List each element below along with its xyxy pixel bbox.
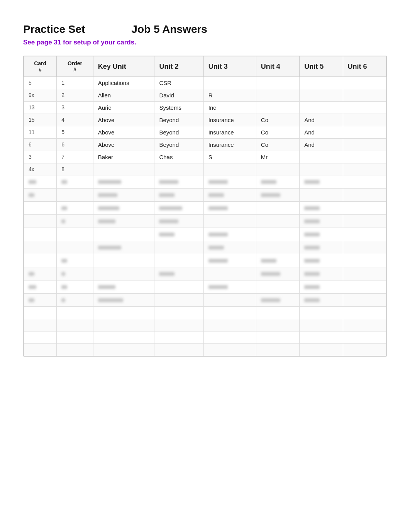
cell-blurred [256, 254, 299, 267]
cell-unit4: Co [256, 114, 299, 126]
table-row-blurred [24, 241, 386, 254]
cell-blurred [24, 228, 57, 241]
cell-blurred [93, 215, 154, 228]
table-row-blurred [24, 215, 386, 228]
cell-blurred [256, 241, 299, 254]
cell-blurred [57, 344, 93, 356]
table-row: 66AboveBeyondInsuranceCoAnd [24, 139, 386, 151]
cell-unit4: Co [256, 139, 299, 151]
cell-blurred [154, 344, 203, 356]
table-row-blurred [24, 294, 386, 307]
cell-blurred [57, 175, 93, 189]
cell-order: 6 [57, 139, 93, 151]
cell-blurred [24, 344, 57, 356]
cell-blurred [203, 331, 256, 344]
cell-blurred [343, 228, 386, 241]
cell-blurred [93, 254, 154, 267]
col-header-unit5: Unit 5 [300, 56, 343, 77]
cell-blurred [203, 280, 256, 294]
cell-unit2: Systems [154, 102, 203, 114]
cell-unit5: And [300, 126, 343, 139]
cell-blurred [300, 307, 343, 319]
cell-blurred [24, 254, 57, 267]
table-row-blurred [24, 280, 386, 294]
cell-blurred [154, 241, 203, 254]
cell-unit5 [300, 89, 343, 102]
cell-blurred [300, 280, 343, 294]
cell-blurred [24, 280, 57, 294]
cell-blurred [93, 344, 154, 356]
cell-blurred [343, 175, 386, 189]
cell-blurred [154, 215, 203, 228]
cell-blurred [203, 254, 256, 267]
cell-blurred [93, 228, 154, 241]
practice-set-title: Practice Set [23, 23, 85, 36]
cell-blurred [300, 267, 343, 280]
cell-blurred [300, 319, 343, 331]
cell-unit4: Co [256, 126, 299, 139]
col-header-card: Card# [24, 56, 57, 77]
cell-blurred [57, 189, 93, 202]
cell-blurred [24, 319, 57, 331]
cell-blurred [256, 344, 299, 356]
cell-blurred [154, 331, 203, 344]
page-header: Practice Set Job 5 Answers [23, 23, 387, 36]
cell-blurred [343, 202, 386, 215]
cell-unit6 [343, 102, 386, 114]
cell-unit4 [256, 89, 299, 102]
cell-unit2: Beyond [154, 139, 203, 151]
cell-blurred [256, 175, 299, 189]
cell-blurred [154, 307, 203, 319]
cell-blurred [300, 344, 343, 356]
cell-blurred [57, 215, 93, 228]
cell-key-unit: Above [93, 126, 154, 139]
cell-blurred [256, 267, 299, 280]
cell-blurred [93, 331, 154, 344]
cell-unit2: Beyond [154, 126, 203, 139]
cell-blurred [57, 280, 93, 294]
cell-card: 9x [24, 89, 57, 102]
col-header-key-unit: Key Unit [93, 56, 154, 77]
cell-blurred [57, 319, 93, 331]
cell-blurred [93, 280, 154, 294]
cell-key-unit: Above [93, 139, 154, 151]
cell-unit4 [256, 163, 299, 175]
cell-blurred [24, 189, 57, 202]
cell-key-unit: Allen [93, 89, 154, 102]
cell-blurred [300, 202, 343, 215]
cell-blurred [24, 307, 57, 319]
cell-blurred [203, 215, 256, 228]
cell-blurred [57, 202, 93, 215]
col-header-unit3: Unit 3 [203, 56, 256, 77]
table-header-row: Card# Order# Key Unit Unit 2 Unit 3 Unit… [24, 56, 386, 77]
cell-blurred [343, 294, 386, 307]
cell-blurred [24, 294, 57, 307]
cell-blurred [343, 241, 386, 254]
cell-blurred [203, 241, 256, 254]
answer-table-wrapper: Card# Order# Key Unit Unit 2 Unit 3 Unit… [23, 56, 387, 357]
cell-order: 4 [57, 114, 93, 126]
table-row-blurred [24, 319, 386, 331]
cell-order: 5 [57, 126, 93, 139]
cell-unit3 [203, 163, 256, 175]
cell-blurred [343, 189, 386, 202]
cell-key-unit: Auric [93, 102, 154, 114]
cell-blurred [343, 307, 386, 319]
cell-unit5: And [300, 139, 343, 151]
cell-blurred [93, 175, 154, 189]
cell-blurred [203, 344, 256, 356]
cell-blurred [203, 294, 256, 307]
cell-unit3: R [203, 89, 256, 102]
cell-blurred [256, 202, 299, 215]
table-row-blurred [24, 228, 386, 241]
cell-blurred [343, 267, 386, 280]
cell-blurred [343, 254, 386, 267]
cell-blurred [57, 307, 93, 319]
cell-blurred [24, 202, 57, 215]
cell-blurred [57, 228, 93, 241]
cell-unit3: Insurance [203, 114, 256, 126]
cell-blurred [57, 294, 93, 307]
cell-blurred [24, 215, 57, 228]
cell-blurred [154, 319, 203, 331]
cell-unit6 [343, 89, 386, 102]
